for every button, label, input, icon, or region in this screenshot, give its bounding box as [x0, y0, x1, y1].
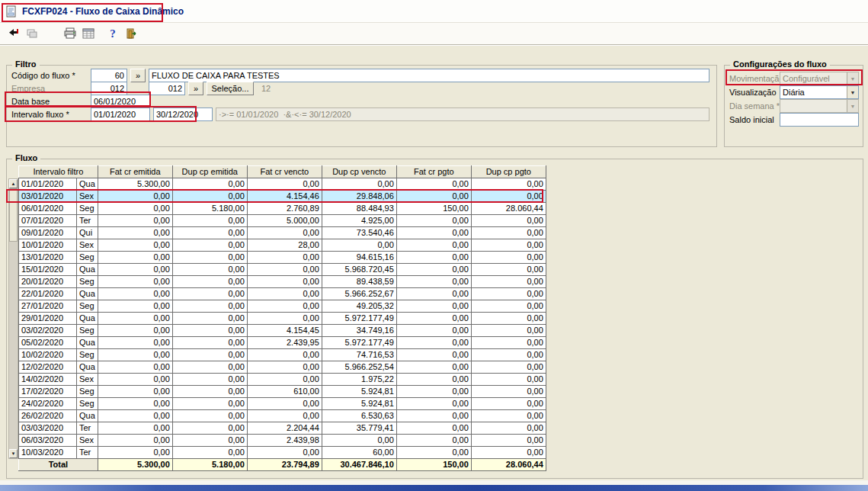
cell-value[interactable]: 0,00 [396, 300, 471, 313]
cell-value[interactable]: 0,00 [247, 178, 322, 191]
cell-value[interactable]: 0,00 [396, 398, 471, 410]
table-row[interactable]: 26/02/2020Qua0,000,000,006.530,630,000,0… [19, 410, 546, 422]
cell-value[interactable]: 2.439,95 [247, 337, 322, 349]
cell-weekday[interactable]: Ter [77, 447, 98, 459]
table-row[interactable]: 22/01/2020Qua0,000,000,005.966.252,670,0… [19, 288, 546, 300]
cell-value[interactable]: 4.925,00 [322, 215, 396, 227]
scrollbar-thumb[interactable] [9, 188, 18, 242]
cell-date[interactable]: 10/02/2020 [19, 349, 77, 361]
cell-value[interactable]: 0,00 [98, 264, 172, 276]
cell-value[interactable]: 0,00 [172, 276, 247, 288]
cell-value[interactable]: 0,00 [98, 288, 172, 300]
cell-date[interactable]: 10/01/2020 [19, 239, 77, 252]
cell-value[interactable]: 0,00 [98, 349, 172, 361]
cell-value[interactable]: 0,00 [172, 264, 247, 276]
cell-weekday[interactable]: Qui [77, 227, 98, 239]
cell-weekday[interactable]: Seg [77, 398, 98, 410]
table-row[interactable]: 06/01/2020Seg0,005.180,002.760,8988.484,… [19, 203, 546, 215]
cell-value[interactable]: 0,00 [172, 374, 247, 386]
table-scrollbar[interactable]: ▲ ▼ [8, 178, 18, 459]
cell-value[interactable]: 0,00 [396, 313, 471, 325]
cell-value[interactable]: 610,00 [247, 386, 322, 398]
cell-value[interactable]: 0,00 [471, 239, 546, 252]
cell-value[interactable]: 6.530,63 [322, 410, 396, 422]
cell-date[interactable]: 13/01/2020 [19, 252, 77, 264]
cell-weekday[interactable]: Sex [77, 239, 98, 252]
cell-value[interactable]: 0,00 [172, 435, 247, 447]
data-base-input[interactable] [91, 95, 150, 108]
selecao-button[interactable]: Seleção... [207, 82, 254, 95]
cell-weekday[interactable]: Qua [77, 288, 98, 300]
cell-value[interactable]: 0,00 [471, 288, 546, 300]
cell-value[interactable]: 2.439,98 [247, 435, 322, 447]
cell-value[interactable]: 0,00 [98, 410, 172, 422]
cell-date[interactable]: 20/01/2020 [19, 276, 77, 288]
table-row[interactable]: 03/01/2020Sex0,000,004.154,4629.848,060,… [19, 191, 546, 203]
cell-value[interactable]: 5.924,81 [322, 386, 396, 398]
table-row[interactable]: 09/01/2020Qui0,000,000,0073.540,460,000,… [19, 227, 546, 239]
cell-value[interactable]: 0,00 [471, 264, 546, 276]
cell-value[interactable]: 0,00 [396, 239, 471, 252]
cell-value[interactable]: 0,00 [172, 239, 247, 252]
cell-date[interactable]: 03/01/2020 [19, 191, 77, 203]
cell-value[interactable]: 0,00 [172, 215, 247, 227]
cell-value[interactable]: 29.848,06 [322, 191, 396, 203]
cell-date[interactable]: 27/01/2020 [19, 300, 77, 313]
table-row[interactable]: 03/02/2020Seg0,000,004.154,4534.749,160,… [19, 325, 546, 337]
cell-value[interactable]: 0,00 [98, 325, 172, 337]
cell-value[interactable]: 0,00 [172, 178, 247, 191]
cell-weekday[interactable]: Seg [77, 252, 98, 264]
scroll-up-button[interactable]: ▲ [9, 179, 18, 188]
cell-value[interactable]: 0,00 [471, 361, 546, 374]
saldo-inicial-input[interactable] [780, 113, 859, 127]
cell-value[interactable]: 0,00 [98, 386, 172, 398]
cell-value[interactable]: 88.484,93 [322, 203, 396, 215]
cell-value[interactable]: 0,00 [396, 349, 471, 361]
cell-date[interactable]: 03/03/2020 [19, 422, 77, 435]
cell-date[interactable]: 09/01/2020 [19, 227, 77, 239]
cell-value[interactable]: 5.966.252,67 [322, 288, 396, 300]
cell-value[interactable]: 0,00 [172, 361, 247, 374]
cell-value[interactable]: 0,00 [247, 313, 322, 325]
cell-value[interactable]: 0,00 [396, 386, 471, 398]
cell-value[interactable]: 0,00 [471, 215, 546, 227]
table-row[interactable]: 10/03/2020Ter0,000,000,0060,000,000,00 [19, 447, 546, 459]
scrollbar-track[interactable] [9, 188, 18, 449]
cell-value[interactable]: 89.438,59 [322, 276, 396, 288]
cell-value[interactable]: 0,00 [247, 447, 322, 459]
windows-cascade-icon[interactable] [24, 27, 40, 40]
cell-date[interactable]: 12/02/2020 [19, 361, 77, 374]
visualizacao-select[interactable]: Diária ▼ [780, 85, 859, 99]
intervalo-fim-input[interactable] [153, 108, 213, 121]
cell-value[interactable]: 0,00 [247, 252, 322, 264]
empresa-input[interactable] [91, 82, 127, 95]
printer-icon[interactable] [62, 27, 78, 40]
cell-value[interactable]: 0,00 [396, 422, 471, 435]
cell-value[interactable]: 60,00 [322, 447, 396, 459]
cell-value[interactable]: 0,00 [98, 422, 172, 435]
cell-value[interactable]: 0,00 [471, 227, 546, 239]
cell-value[interactable]: 1.975,22 [322, 374, 396, 386]
cell-value[interactable]: 5.180,00 [172, 203, 247, 215]
cell-value[interactable]: 0,00 [172, 227, 247, 239]
cell-value[interactable]: 0,00 [396, 252, 471, 264]
table-row[interactable]: 10/01/2020Sex0,000,0028,000,000,000,00 [19, 239, 546, 252]
cell-value[interactable]: 0,00 [98, 398, 172, 410]
scroll-down-button[interactable]: ▼ [9, 449, 18, 458]
cell-value[interactable]: 0,00 [172, 300, 247, 313]
cell-value[interactable]: 0,00 [471, 349, 546, 361]
cell-date[interactable]: 26/02/2020 [19, 410, 77, 422]
cell-value[interactable]: 0,00 [172, 349, 247, 361]
cell-date[interactable]: 01/01/2020 [19, 178, 77, 191]
cell-date[interactable]: 22/01/2020 [19, 288, 77, 300]
cell-value[interactable]: 0,00 [396, 276, 471, 288]
cell-value[interactable]: 5.968.720,45 [322, 264, 396, 276]
cell-value[interactable]: 0,00 [471, 300, 546, 313]
cell-weekday[interactable]: Qua [77, 410, 98, 422]
column-header-dup-cp-emitida[interactable]: Dup cp emitida [172, 166, 247, 178]
cell-date[interactable]: 06/01/2020 [19, 203, 77, 215]
cell-value[interactable]: 0,00 [172, 447, 247, 459]
cell-value[interactable]: 0,00 [98, 313, 172, 325]
cell-weekday[interactable]: Sex [77, 191, 98, 203]
cell-value[interactable]: 0,00 [172, 288, 247, 300]
